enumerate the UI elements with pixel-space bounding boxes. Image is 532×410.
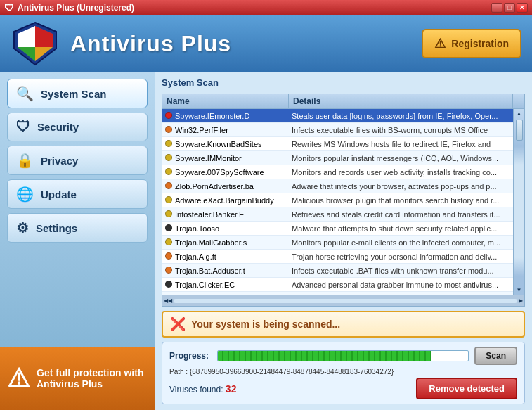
table-row[interactable]: Adware.eXact.BargainBuddyMalicious brows… <box>162 193 513 207</box>
threat-severity-icon <box>162 224 175 233</box>
titlebar: 🛡 Antivirus Plus (Unregistered) ─ □ ✕ <box>0 0 532 15</box>
threat-detail: Monitors popular e-mail clients on the i… <box>289 238 513 247</box>
scroll-thumb[interactable] <box>516 120 523 141</box>
threat-severity-icon <box>162 126 175 134</box>
promo-icon: ⚠ <box>7 364 30 393</box>
threat-severity-icon <box>162 267 175 275</box>
table-row[interactable]: Spyware.IMMonitorMonitors popular instan… <box>162 151 513 165</box>
threat-detail: Steals user data [logins, passwords] fro… <box>289 112 513 120</box>
sidebar-item-system-scan[interactable]: 🔍 System Scan <box>7 79 148 108</box>
threat-name: Trojan.MailGrabber.s <box>175 238 289 247</box>
warning-icon: ⚠ <box>434 36 446 51</box>
svg-marker-3 <box>35 47 53 61</box>
sidebar-label-security: Security <box>37 121 79 133</box>
lock-icon: 🔒 <box>16 152 34 169</box>
scan-status-bar: ❌ Your system is being scanned... <box>162 311 525 338</box>
threat-name: Spyware.007SpySoftware <box>175 168 289 177</box>
header: Antivirus Plus ⚠ Registration <box>0 15 532 72</box>
scroll-up-arrow[interactable]: ▲ <box>515 109 524 118</box>
scroll-down-arrow[interactable]: ▼ <box>515 286 524 295</box>
titlebar-controls: ─ □ ✕ <box>491 3 528 13</box>
app-icon: 🛡 <box>4 2 14 13</box>
progress-bar <box>218 351 431 361</box>
threat-name: Adware.eXact.BargainBuddy <box>175 196 289 205</box>
table-row[interactable]: Spyware.KnownBadSitesRewrites MS Windows… <box>162 137 513 151</box>
table-row[interactable]: Trojan.Alg.ftTrojan horse retrieving you… <box>162 250 513 264</box>
threat-detail: Advanced personal data grabber immune to… <box>289 281 513 289</box>
table-row[interactable]: Spyware.007SpySoftwareMonitors and recor… <box>162 165 513 179</box>
viruses-row: Viruses found: 32 Remove detected <box>169 378 517 399</box>
threat-detail: Retrieves and steals credit card informa… <box>289 210 513 219</box>
threat-severity-icon <box>162 112 175 120</box>
threat-name: Infostealer.Banker.E <box>175 210 289 219</box>
threat-severity-icon <box>162 252 175 261</box>
sidebar-item-update[interactable]: 🌐 Update <box>7 179 148 209</box>
threat-severity-icon <box>162 196 175 205</box>
threat-detail: Rewrites MS Windows hosts file to redire… <box>289 140 513 148</box>
progress-label: Progress: <box>169 351 212 361</box>
sidebar-item-security[interactable]: 🛡 Security <box>7 113 148 141</box>
minimize-button[interactable]: ─ <box>491 3 502 13</box>
threat-detail: Infects executable .BAT files with unkno… <box>289 267 513 275</box>
sidebar: 🔍 System Scan 🛡 Security 🔒 Privacy 🌐 Upd… <box>0 72 155 410</box>
sidebar-label-privacy: Privacy <box>41 155 78 167</box>
path-value: {68789950-39668900-21484479-84878445-844… <box>190 368 394 376</box>
threat-severity-icon <box>162 281 175 289</box>
table-row[interactable]: Zlob.PornAdvertiser.baAdware that infect… <box>162 179 513 193</box>
threat-name: Trojan.Tooso <box>175 224 289 233</box>
scan-button[interactable]: Scan <box>474 347 517 365</box>
horizontal-scrollbar[interactable]: ◀ ◀ ▶ <box>162 295 524 306</box>
threat-name: Trojan.Clicker.EC <box>175 281 289 289</box>
sidebar-label-settings: Settings <box>36 222 77 234</box>
sidebar-item-privacy[interactable]: 🔒 Privacy <box>7 146 148 175</box>
table-row[interactable]: Trojan.Bat.Adduser.tInfects executable .… <box>162 264 513 278</box>
gear-icon: ⚙ <box>16 219 29 236</box>
threat-detail: Monitors and records user web activity, … <box>289 168 513 177</box>
table-rows: Spyware.IEmonster.DSteals user data [log… <box>162 109 513 295</box>
threat-detail: Malicious browser plugin that monitors s… <box>289 196 513 205</box>
table-row[interactable]: Trojan.ToosoMalware that attempts to shu… <box>162 222 513 236</box>
sidebar-item-settings[interactable]: ⚙ Settings <box>7 213 148 243</box>
threat-severity-icon <box>162 154 175 162</box>
table-row[interactable]: Trojan.MailGrabber.sMonitors popular e-m… <box>162 236 513 250</box>
maximize-button[interactable]: □ <box>504 3 515 13</box>
table-row[interactable]: Trojan.Clicker.ECAdvanced personal data … <box>162 278 513 292</box>
threat-severity-icon <box>162 168 175 177</box>
path-row: Path : {68789950-39668900-21484479-84878… <box>169 368 517 376</box>
viruses-label: Viruses found: <box>169 385 223 395</box>
table-body: Spyware.IEmonster.DSteals user data [log… <box>162 109 524 295</box>
section-title: System Scan <box>162 77 525 88</box>
viruses-count: 32 <box>226 383 237 395</box>
threat-detail: Infects executable files with BS-worm, c… <box>289 126 513 134</box>
threat-severity-icon <box>162 210 175 219</box>
scan-icon: 🔍 <box>16 85 34 102</box>
scan-status-icon: ❌ <box>170 316 186 332</box>
scan-table: Name Details Spyware.IEmonster.DSteals u… <box>162 94 525 307</box>
threat-severity-icon <box>162 182 175 191</box>
progress-row: Progress: Scan <box>169 347 517 365</box>
table-row[interactable]: Spyware.IEmonster.DSteals user data [log… <box>162 109 513 123</box>
remove-detected-button[interactable]: Remove detected <box>416 378 517 399</box>
threat-detail: Monitors popular instant messengers (ICQ… <box>289 154 513 162</box>
sidebar-label-system-scan: System Scan <box>41 88 106 100</box>
registration-button[interactable]: ⚠ Registration <box>422 29 521 58</box>
vertical-scrollbar[interactable]: ▲ ▼ <box>513 109 524 295</box>
sidebar-label-update: Update <box>41 188 77 200</box>
progress-area: Progress: Scan Path : {68789950-39668900… <box>162 342 525 404</box>
sidebar-promo[interactable]: ⚠ Get full protection with Antivirus Plu… <box>0 347 155 410</box>
threat-severity-icon <box>162 140 175 148</box>
threat-name: Zlob.PornAdvertiser.ba <box>175 182 289 191</box>
threat-name: Trojan.Alg.ft <box>175 252 289 261</box>
close-button[interactable]: ✕ <box>517 3 528 13</box>
table-header: Name Details <box>162 94 524 109</box>
table-row[interactable]: Infostealer.Banker.ERetrieves and steals… <box>162 207 513 222</box>
shield-logo <box>11 19 60 68</box>
content-area: System Scan Name Details Spyware.IEmonst… <box>155 72 532 410</box>
hscroll-right-arrow[interactable]: ▶ <box>519 297 523 304</box>
table-row[interactable]: Win32.PerfFilerInfects executable files … <box>162 123 513 137</box>
path-label: Path : <box>169 368 188 376</box>
registration-label: Registration <box>451 38 509 49</box>
threat-detail: Malware that attempts to shut down secur… <box>289 224 513 233</box>
viruses-info: Viruses found: 32 <box>169 383 236 395</box>
hscroll-btn2[interactable]: ◀ <box>168 297 172 304</box>
